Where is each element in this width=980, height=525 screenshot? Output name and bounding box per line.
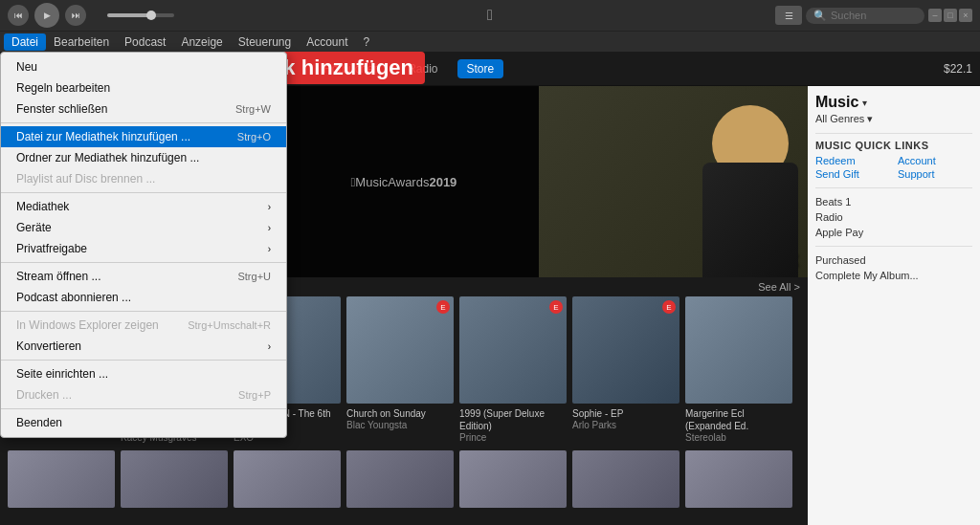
- music-header: Music ▾: [815, 94, 972, 111]
- beats1-link[interactable]: Beats 1: [815, 194, 972, 209]
- search-input[interactable]: [831, 10, 917, 21]
- hero-awards[interactable]: MusicAwards2019: [269, 86, 538, 277]
- support-link[interactable]: Support: [898, 168, 972, 180]
- divider-4: [1, 311, 286, 312]
- dropdown-windows-explorer[interactable]: In Windows Explorer zeigen Strg+Umschalt…: [1, 315, 286, 336]
- album-thumb: E: [346, 296, 454, 404]
- second-album[interactable]: [685, 450, 792, 508]
- see-all-link[interactable]: See All >: [758, 281, 800, 293]
- album-item[interactable]: E Church on Sunday Blac Youngsta: [346, 296, 454, 443]
- search-icon: 🔍: [813, 10, 827, 22]
- sidebar-divider: [815, 133, 972, 134]
- menu-account[interactable]: Account: [299, 33, 355, 51]
- title-bar-right: ☰ 🔍 – □ ×: [775, 6, 972, 25]
- album-title: Margerine Ecl (Expanded Ed.: [685, 407, 792, 432]
- dropdown-mediathek[interactable]: Mediathek ›: [1, 196, 286, 217]
- rewind-button[interactable]: ⏮: [8, 5, 29, 26]
- second-album[interactable]: [8, 450, 115, 508]
- transport-controls: ⏮ ▶ ⏭: [8, 3, 174, 28]
- second-album[interactable]: [234, 450, 341, 508]
- hero-lil-nas[interactable]: Lil Nas X: [539, 86, 808, 277]
- album-badge: E: [436, 300, 450, 314]
- redeem-link[interactable]: Redeem: [815, 155, 890, 166]
- album-title: 1999 (Super Deluxe Edition): [459, 407, 567, 432]
- radio-link[interactable]: Radio: [815, 209, 972, 225]
- apple-pay-link[interactable]: Apple Pay: [815, 225, 972, 240]
- menu-anzeige[interactable]: Anzeige: [173, 33, 230, 51]
- apple-logo: : [487, 7, 493, 24]
- dropdown-privatfreigabe[interactable]: Privatfreigabe ›: [1, 238, 286, 259]
- menu-steuerung[interactable]: Steuerung: [231, 33, 299, 51]
- divider-2: [1, 192, 286, 193]
- dropdown-fenster[interactable]: Fenster schließen Strg+W: [1, 98, 286, 120]
- nav-hoerbuecher[interactable]: Hörbücher: [312, 58, 389, 79]
- album-item[interactable]: Margerine Ecl (Expanded Ed. Stereolab: [685, 296, 792, 443]
- album-title: Church on Sunday: [346, 407, 454, 420]
- menu-podcast[interactable]: Podcast: [117, 33, 173, 51]
- album-thumb: E: [572, 296, 679, 404]
- account-link[interactable]: Account: [898, 155, 972, 166]
- complete-album-link[interactable]: Complete My Album...: [815, 268, 972, 283]
- divider-1: [1, 122, 286, 123]
- minimize-button[interactable]: –: [928, 9, 942, 22]
- store-button[interactable]: Store: [457, 59, 504, 78]
- album-artist: Prince: [459, 432, 567, 443]
- divider-6: [1, 408, 286, 409]
- dropdown-drucken[interactable]: Drucken ... Strg+P: [1, 384, 286, 405]
- sidebar-divider-3: [815, 246, 972, 247]
- second-album[interactable]: [572, 450, 679, 508]
- dropdown-ordner-mediathek[interactable]: Ordner zur Mediathek hinzufügen ...: [1, 147, 286, 168]
- menu-help[interactable]: ?: [356, 33, 378, 51]
- menu-bar: Datei Bearbeiten Podcast Anzeige Steueru…: [0, 31, 980, 52]
- album-thumb: E: [459, 296, 567, 404]
- album-artist: Stereolab: [685, 432, 792, 443]
- album-badge: E: [549, 300, 563, 314]
- price-display: $22.1: [944, 62, 972, 76]
- window-controls: – □ ×: [928, 9, 972, 22]
- dropdown-neu[interactable]: Neu: [1, 56, 286, 77]
- dropdown-geraete[interactable]: Geräte ›: [1, 217, 286, 238]
- dropdown-datei-mediathek[interactable]: Datei zur Mediathek hinzufügen ... Strg+…: [1, 126, 286, 147]
- dropdown-regeln[interactable]: Regeln bearbeiten: [1, 77, 286, 98]
- divider-5: [1, 360, 286, 361]
- genre-dropdown[interactable]: All Genres ▾: [815, 113, 972, 125]
- sidebar-divider-2: [815, 187, 972, 188]
- album-item[interactable]: E 1999 (Super Deluxe Edition) Prince: [459, 296, 567, 443]
- dropdown-seite[interactable]: Seite einrichten ...: [1, 363, 286, 384]
- second-album[interactable]: [459, 450, 567, 508]
- volume-slider[interactable]: [107, 13, 174, 17]
- second-album[interactable]: [346, 450, 454, 508]
- menu-datei[interactable]: Datei: [4, 33, 46, 51]
- close-button[interactable]: ×: [959, 9, 972, 22]
- dropdown-podcast-abo[interactable]: Podcast abonnieren ...: [1, 287, 286, 308]
- music-dropdown-icon[interactable]: ▾: [862, 98, 867, 108]
- maximize-button[interactable]: □: [944, 9, 957, 22]
- divider-3: [1, 262, 286, 263]
- album-artist: Arlo Parks: [572, 420, 679, 430]
- dropdown-beenden[interactable]: Beenden: [1, 412, 286, 433]
- menu-bearbeiten[interactable]: Bearbeiten: [46, 33, 117, 51]
- nav-radio[interactable]: Radio: [396, 58, 449, 79]
- play-button[interactable]: ▶: [34, 3, 59, 28]
- forward-button[interactable]: ⏭: [65, 5, 86, 26]
- dropdown-stream[interactable]: Stream öffnen ... Strg+U: [1, 266, 286, 287]
- album-title: Sophie - EP: [572, 407, 679, 420]
- quick-links-title: MUSIC QUICK LINKS: [815, 140, 972, 151]
- purchased-link[interactable]: Purchased: [815, 252, 972, 268]
- dropdown-playlist-disc[interactable]: Playlist auf Disc brennen ...: [1, 168, 286, 189]
- menu-icon[interactable]: ☰: [775, 6, 802, 25]
- album-thumb: [685, 296, 792, 404]
- send-gift-link[interactable]: Send Gift: [815, 168, 890, 180]
- quick-links-grid: Redeem Account Send Gift Support: [815, 155, 972, 180]
- right-sidebar: Music ▾ All Genres ▾ MUSIC QUICK LINKS R…: [808, 86, 980, 525]
- second-albums-row: [0, 450, 808, 508]
- album-badge: E: [662, 300, 676, 314]
- dropdown-menu: Neu Regeln bearbeiten Fenster schließen …: [0, 52, 287, 438]
- second-album[interactable]: [121, 450, 228, 508]
- search-box[interactable]: 🔍: [806, 8, 924, 24]
- music-title: Music: [815, 94, 858, 111]
- album-item[interactable]: E Sophie - EP Arlo Parks: [572, 296, 679, 443]
- album-artist: Blac Youngsta: [346, 420, 454, 430]
- dropdown-konvertieren[interactable]: Konvertieren ›: [1, 336, 286, 357]
- title-bar: ⏮ ▶ ⏭  ☰ 🔍 – □ ×: [0, 0, 980, 31]
